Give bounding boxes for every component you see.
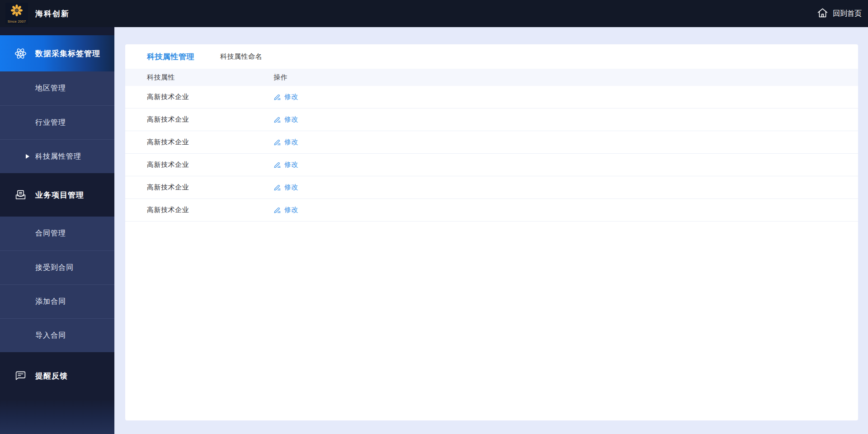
sidebar-submenu-contracts: 合同管理 接受到合同 添加合同 导入合同 — [0, 217, 114, 352]
sidebar-top-gap — [0, 27, 114, 35]
sidebar-item-add-contract[interactable]: 添加合同 — [0, 284, 114, 318]
edit-label: 修改 — [284, 183, 298, 192]
sidebar-item-industry-management[interactable]: 行业管理 — [0, 105, 114, 139]
sidebar-item-label: 导入合同 — [35, 331, 66, 340]
edit-button[interactable]: 修改 — [274, 206, 298, 214]
table-row: 高新技术企业 修改 — [125, 176, 858, 199]
table-row: 高新技术企业 修改 — [125, 131, 858, 154]
sidebar-filler — [0, 399, 114, 434]
edit-label: 修改 — [284, 138, 298, 146]
attribute-cell: 高新技术企业 — [125, 183, 274, 192]
home-icon — [816, 7, 829, 21]
sidebar-submenu-tags: 地区管理 行业管理 科技属性管理 — [0, 71, 114, 173]
table-row: 高新技术企业 修改 — [125, 199, 858, 222]
attribute-cell: 高新技术企业 — [125, 138, 274, 146]
edit-pen-icon — [274, 138, 281, 146]
table-row: 高新技术企业 修改 — [125, 86, 858, 108]
chat-bubble-icon — [14, 370, 27, 382]
edit-pen-icon — [274, 116, 281, 123]
sidebar-item-tech-attribute-management[interactable]: 科技属性管理 — [0, 139, 114, 173]
sidebar-item-label: 合同管理 — [35, 229, 66, 238]
attribute-cell: 高新技术企业 — [125, 115, 274, 124]
edit-pen-icon — [274, 206, 281, 214]
sidebar-item-label: 接受到合同 — [35, 263, 74, 273]
sidebar-item-business-project-management[interactable]: 业务项目管理 — [0, 173, 114, 217]
main-content: 科技属性管理 科技属性命名 科技属性 操作 高新技术企业 修改 高新技术企业 — [114, 27, 868, 434]
edit-label: 修改 — [284, 93, 298, 101]
sidebar-item-region-management[interactable]: 地区管理 — [0, 71, 114, 105]
sidebar: 数据采集标签管理 地区管理 行业管理 科技属性管理 — [0, 27, 114, 434]
tab-tech-attribute-management[interactable]: 科技属性管理 — [147, 52, 194, 62]
edit-button[interactable]: 修改 — [274, 160, 298, 169]
table-row: 高新技术企业 修改 — [125, 154, 858, 176]
book-tray-icon — [14, 189, 27, 201]
edit-button[interactable]: 修改 — [274, 115, 298, 124]
edit-pen-icon — [274, 93, 281, 101]
back-to-home-link[interactable]: 回到首页 — [816, 7, 868, 21]
attribute-cell: 高新技术企业 — [125, 160, 274, 169]
column-header-actions: 操作 — [274, 73, 288, 82]
sidebar-item-label: 行业管理 — [35, 118, 66, 127]
brand: Since 2007 海科创新 — [0, 3, 70, 24]
edit-button[interactable]: 修改 — [274, 183, 298, 192]
sidebar-item-label: 业务项目管理 — [35, 190, 84, 200]
edit-pen-icon — [274, 161, 281, 169]
sidebar-item-label: 科技属性管理 — [35, 152, 81, 161]
edit-label: 修改 — [284, 160, 298, 169]
topbar: Since 2007 海科创新 回到首页 — [0, 0, 868, 27]
edit-button[interactable]: 修改 — [274, 93, 298, 101]
brand-title: 海科创新 — [35, 9, 70, 19]
edit-label: 修改 — [284, 206, 298, 214]
logo-since-text: Since 2007 — [8, 19, 26, 24]
flower-logo-icon — [10, 4, 24, 19]
sidebar-item-received-contracts[interactable]: 接受到合同 — [0, 250, 114, 284]
table-body: 高新技术企业 修改 高新技术企业 修改 — [125, 86, 858, 222]
tab-tech-attribute-naming[interactable]: 科技属性命名 — [220, 52, 262, 61]
sidebar-item-contract-management[interactable]: 合同管理 — [0, 217, 114, 250]
sidebar-item-label: 提醒反馈 — [35, 371, 68, 381]
column-header-tech-attribute: 科技属性 — [125, 73, 274, 82]
sidebar-item-reminder-feedback[interactable]: 提醒反馈 — [0, 352, 114, 399]
table-row: 高新技术企业 修改 — [125, 108, 858, 131]
edit-label: 修改 — [284, 115, 298, 124]
sidebar-item-import-contract[interactable]: 导入合同 — [0, 318, 114, 352]
sidebar-item-data-collection-tag-management[interactable]: 数据采集标签管理 — [0, 35, 114, 71]
sidebar-item-label: 数据采集标签管理 — [35, 48, 100, 59]
back-to-home-label: 回到首页 — [833, 9, 862, 19]
attribute-cell: 高新技术企业 — [125, 93, 274, 101]
sidebar-item-label: 地区管理 — [35, 84, 66, 93]
tab-bar: 科技属性管理 科技属性命名 — [125, 44, 858, 69]
caret-right-icon — [26, 154, 29, 159]
attribute-cell: 高新技术企业 — [125, 206, 274, 214]
content-card: 科技属性管理 科技属性命名 科技属性 操作 高新技术企业 修改 高新技术企业 — [125, 44, 858, 420]
edit-pen-icon — [274, 184, 281, 191]
brand-logo: Since 2007 — [5, 3, 28, 24]
sidebar-item-label: 添加合同 — [35, 297, 66, 307]
atom-icon — [14, 47, 27, 60]
edit-button[interactable]: 修改 — [274, 138, 298, 146]
table-header: 科技属性 操作 — [125, 69, 858, 86]
